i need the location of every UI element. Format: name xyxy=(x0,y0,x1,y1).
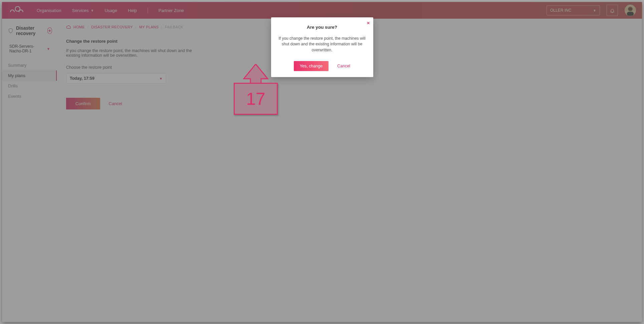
modal-yes-button[interactable]: Yes, change xyxy=(294,61,329,71)
app-window: Organisation Services ▼ Usage Help Partn… xyxy=(2,2,642,322)
modal-body: If you change the restore point, the mac… xyxy=(278,36,367,53)
modal-title: Are you sure? xyxy=(278,25,367,30)
modal-close-button[interactable]: × xyxy=(367,20,370,26)
modal-cancel-link[interactable]: Cancel xyxy=(337,64,350,68)
confirm-modal: × Are you sure? If you change the restor… xyxy=(271,17,373,77)
modal-actions: Yes, change Cancel xyxy=(278,61,367,71)
